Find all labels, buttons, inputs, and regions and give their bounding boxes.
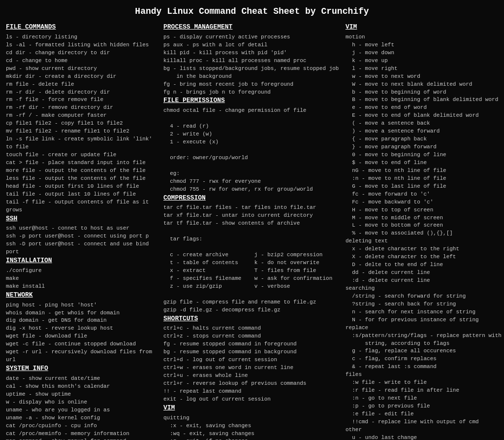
section-title-process-management: PROCESS MANAGEMENT xyxy=(163,23,341,32)
section-network: NETWORKping host - ping host 'host' whoi… xyxy=(6,291,158,364)
section-content-vim-col3: motion h - move left j - move down k - m… xyxy=(346,34,504,440)
section-title-installation: INSTALLATION xyxy=(6,256,158,266)
section-content-file-permissions: chmod octal file - change permission of … xyxy=(163,107,341,193)
section-title-vim-col3: VIM xyxy=(346,23,504,32)
section-content-shortcuts: ctrl+c - halts current command ctrl+z - … xyxy=(163,325,341,403)
section-title-vim-col2: VIM xyxy=(163,404,341,413)
section-file-commands: FILE COMMANDSls - directory listing ls -… xyxy=(6,23,158,214)
page-title: Handy Linux Command Cheat Sheet by Crunc… xyxy=(6,5,498,18)
section-title-system-info: SYSTEM INFO xyxy=(6,364,158,373)
section-title-ssh: SSH xyxy=(6,214,158,224)
column-2: PROCESS MANAGEMENTps - display currently… xyxy=(163,23,341,440)
section-compression: COMPRESSIONtar cf file.tar files - tar f… xyxy=(163,194,341,314)
section-content-system-info: date - show current date/time cal - show… xyxy=(6,375,158,440)
section-content-file-commands: ls - directory listing ls -al - formatte… xyxy=(6,34,158,214)
section-installation: INSTALLATION./configure make make instal… xyxy=(6,256,158,291)
section-title-file-permissions: FILE PERMISSIONS xyxy=(163,96,341,105)
section-file-permissions: FILE PERMISSIONSchmod octal file - chang… xyxy=(163,96,341,193)
section-vim-col2: VIMquitting :x - exit, saving changes :w… xyxy=(163,404,341,440)
section-content-network: ping host - ping host 'host' whois domai… xyxy=(6,302,158,365)
section-title-shortcuts: SHORTCUTS xyxy=(163,314,341,324)
section-process-management: PROCESS MANAGEMENTps - display currently… xyxy=(163,23,341,96)
section-shortcuts: SHORTCUTSctrl+c - halts current command … xyxy=(163,314,341,404)
section-title-file-commands: FILE COMMANDS xyxy=(6,23,158,32)
section-ssh: SSHssh user@host - connet to host as use… xyxy=(6,214,158,257)
section-content-installation: ./configure make make install xyxy=(6,267,158,291)
section-content-compression: tar cf file.tar files - tar files into f… xyxy=(163,204,341,314)
section-content-vim-col2: quitting :x - exit, saving changes :wq -… xyxy=(163,414,341,440)
main-grid: FILE COMMANDSls - directory listing ls -… xyxy=(6,23,498,440)
section-system-info: SYSTEM INFOdate - show current date/time… xyxy=(6,364,158,440)
section-content-ssh: ssh user@host - connet to host as user s… xyxy=(6,225,158,256)
column-1: FILE COMMANDSls - directory listing ls -… xyxy=(6,23,158,440)
column-3: VIMmotion h - move left j - move down k … xyxy=(346,23,504,440)
section-vim-col3: VIMmotion h - move left j - move down k … xyxy=(346,23,504,440)
section-title-compression: COMPRESSION xyxy=(163,194,341,203)
section-content-process-management: ps - display currently active processes … xyxy=(163,34,341,97)
section-title-network: NETWORK xyxy=(6,291,158,300)
